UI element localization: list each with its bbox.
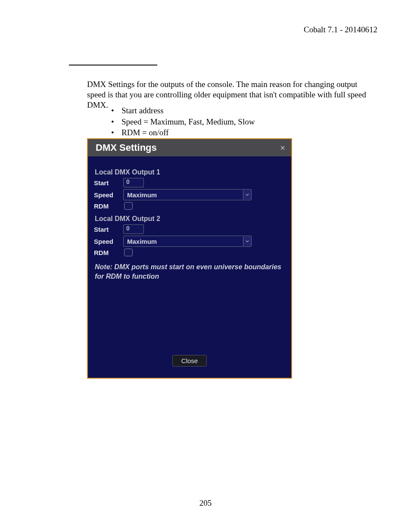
rdm-checkbox[interactable] xyxy=(124,202,133,210)
speed-label: Speed xyxy=(94,238,123,245)
list-item: •RDM = on/off xyxy=(111,127,255,138)
rdm-label: RDM xyxy=(94,249,123,256)
dmx-settings-dialog: DMX Settings × Local DMX Output 1 Start … xyxy=(87,138,292,379)
dialog-titlebar: DMX Settings × xyxy=(88,139,291,156)
rule xyxy=(69,65,157,65)
start-label: Start xyxy=(94,179,123,187)
list-item: •Speed = Maximum, Fast, Medium, Slow xyxy=(111,116,255,128)
page-number: 205 xyxy=(0,498,411,508)
chevron-down-icon[interactable] xyxy=(243,236,251,246)
bullet-list: •Start address •Speed = Maximum, Fast, M… xyxy=(111,105,255,138)
speed-label: Speed xyxy=(94,191,123,199)
list-item: •Start address xyxy=(111,105,255,116)
speed-value: Maximum xyxy=(124,191,157,199)
rdm-label: RDM xyxy=(94,202,123,210)
speed-select[interactable]: Maximum xyxy=(123,189,252,200)
section-heading: Local DMX Output 2 xyxy=(95,215,285,223)
dialog-title: DMX Settings xyxy=(96,142,157,153)
note-text: Note: DMX ports must start on even unive… xyxy=(95,262,284,281)
start-input[interactable]: 0 xyxy=(123,224,144,234)
speed-select[interactable]: Maximum xyxy=(123,236,252,247)
rdm-checkbox[interactable] xyxy=(124,249,133,256)
close-icon[interactable]: × xyxy=(279,143,286,153)
speed-value: Maximum xyxy=(124,238,157,245)
start-input[interactable]: 0 xyxy=(123,178,144,187)
start-label: Start xyxy=(94,226,123,233)
close-button[interactable]: Close xyxy=(172,355,207,367)
doc-header: Cobalt 7.1 - 20140612 xyxy=(304,25,377,34)
section-heading: Local DMX Output 1 xyxy=(95,168,285,176)
chevron-down-icon[interactable] xyxy=(243,190,251,199)
